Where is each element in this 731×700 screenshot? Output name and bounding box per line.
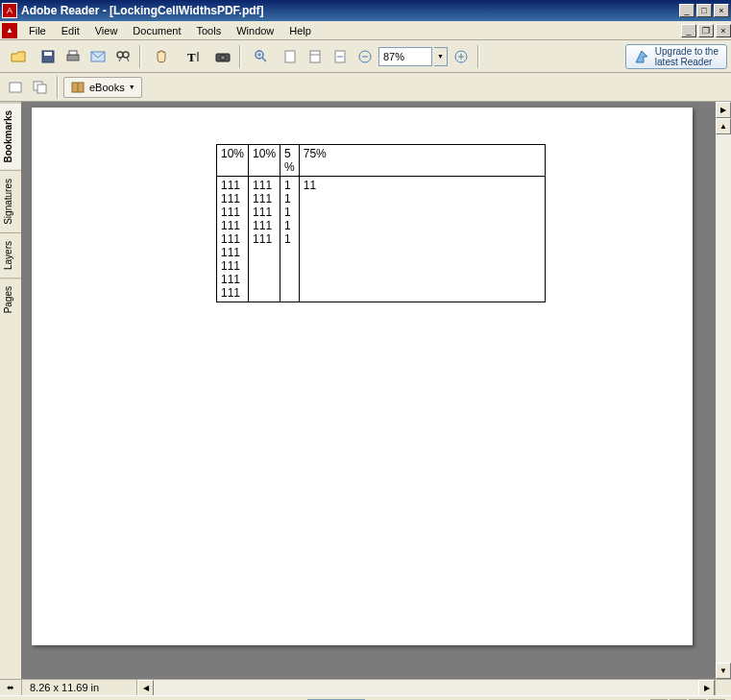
restore-button[interactable]: ❐ [698, 24, 714, 37]
svg-rect-2 [67, 55, 79, 60]
upgrade-icon [634, 49, 649, 64]
open-button[interactable] [4, 45, 35, 68]
menu-bar: ▲ File Edit View Document Tools Window H… [0, 21, 731, 40]
svg-rect-3 [69, 51, 77, 55]
table-header-cell: 10% [217, 145, 249, 177]
window-title: Adobe Reader - [LockingCellWidthsPDF.pdf… [21, 4, 677, 17]
menu-view[interactable]: View [87, 23, 126, 38]
ebooks-label: eBooks [89, 82, 125, 93]
zoom-plus-button[interactable] [450, 45, 473, 68]
svg-rect-29 [37, 84, 46, 93]
zoom-dropdown[interactable]: ▼ [434, 47, 448, 66]
vertical-scrollbar[interactable]: ▶ ▲ ▼ [715, 102, 731, 679]
separator [139, 45, 141, 68]
ebooks-button[interactable]: eBooks ▼ [63, 77, 142, 98]
hand-tool-button[interactable] [146, 45, 177, 68]
title-bar: A Adobe Reader - [LockingCellWidthsPDF.p… [0, 0, 731, 21]
scroll-track[interactable] [716, 134, 731, 663]
sidebar: Bookmarks Signatures Layers Pages [0, 102, 22, 679]
table-cell: 111 111 111 111 111 [249, 177, 280, 302]
menu-tools[interactable]: Tools [189, 23, 230, 38]
table-cell: 111 111 111 111 111 111 111 111 111 [217, 177, 249, 302]
scroll-down-button[interactable]: ▼ [716, 663, 731, 679]
table-cell: 1 1 1 1 1 [280, 177, 300, 302]
text-select-button[interactable]: T [179, 45, 209, 68]
resize-handle[interactable]: ⬌ [0, 680, 22, 696]
zoom-out-button[interactable] [353, 45, 377, 68]
sidebar-tab-signatures[interactable]: Signatures [0, 170, 21, 232]
svg-point-12 [221, 55, 226, 60]
table-row: 111 111 111 111 111 111 111 111 111 111 [217, 177, 546, 302]
svg-rect-1 [44, 52, 52, 56]
scroll-left-button[interactable]: ◀ [137, 680, 154, 696]
copy-button[interactable] [29, 76, 52, 99]
email-button[interactable] [86, 45, 110, 68]
doc-icon: ▲ [2, 23, 17, 38]
actual-size-button[interactable] [279, 45, 302, 68]
horizontal-scrollbar[interactable]: ◀ ▶ [137, 680, 715, 696]
menu-edit[interactable]: Edit [54, 23, 87, 38]
scroll-right-button[interactable]: ▶ [698, 680, 715, 696]
minimize-button[interactable]: _ [681, 24, 696, 37]
document-viewport[interactable]: 10% 10% 5% 75% 111 111 111 111 111 111 [22, 102, 715, 679]
upgrade-text1: Upgrade to the [655, 46, 719, 57]
svg-line-8 [127, 58, 129, 61]
svg-text:T: T [187, 50, 196, 63]
zoom-in-button[interactable] [246, 45, 277, 68]
secondary-toolbar: eBooks ▼ [0, 73, 731, 102]
content-area: Bookmarks Signatures Layers Pages 10% 10… [0, 102, 731, 679]
table-row: 10% 10% 5% 75% [217, 145, 546, 177]
scroll-up-button[interactable]: ▲ [716, 118, 731, 134]
status-bar: ⬌ 8.26 x 11.69 in ◀ ▶ [0, 679, 731, 695]
save-button[interactable] [37, 45, 60, 68]
svg-line-14 [262, 58, 266, 61]
app-icon: A [2, 3, 17, 18]
pdf-page: 10% 10% 5% 75% 111 111 111 111 111 111 [32, 108, 693, 645]
separator [239, 45, 241, 68]
table-header-cell: 75% [299, 145, 545, 177]
menu-window[interactable]: Window [229, 23, 281, 38]
svg-rect-27 [10, 83, 21, 92]
menu-file[interactable]: File [21, 23, 54, 38]
table-cell: 11 [299, 177, 545, 302]
scroll-up-button[interactable]: ▶ [716, 102, 731, 118]
sidebar-tab-layers[interactable]: Layers [0, 232, 21, 278]
upgrade-button[interactable]: Upgrade to the latest Reader [625, 44, 727, 69]
scroll-corner [715, 680, 731, 696]
document-table: 10% 10% 5% 75% 111 111 111 111 111 111 [216, 144, 546, 302]
print-button[interactable] [61, 45, 85, 68]
snapshot-button[interactable] [211, 45, 234, 68]
page-dimensions: 8.26 x 11.69 in [22, 680, 137, 696]
sidebar-tab-bookmarks[interactable]: Bookmarks [0, 102, 21, 170]
minimize-inner-button[interactable]: _ [679, 4, 694, 17]
main-toolbar: T ▼ Upgrade to the latest Reader [0, 40, 731, 73]
upgrade-text2: latest Reader [655, 57, 719, 67]
ebooks-icon [70, 81, 85, 94]
table-header-cell: 5% [280, 145, 300, 177]
svg-rect-17 [285, 51, 295, 62]
table-header-cell: 10% [249, 145, 280, 177]
menu-help[interactable]: Help [281, 23, 319, 38]
separator [57, 76, 59, 99]
close-button[interactable]: × [716, 24, 731, 37]
separator [477, 45, 479, 68]
svg-point-5 [117, 52, 123, 58]
zoom-input[interactable] [378, 47, 432, 66]
page-nav-bar: ▮◀ ◀ ▶ ▶▮ [0, 695, 731, 700]
document-wrapper: 10% 10% 5% 75% 111 111 111 111 111 111 [22, 102, 731, 679]
fit-page-button[interactable] [304, 45, 327, 68]
sidebar-tab-pages[interactable]: Pages [0, 278, 21, 321]
maximize-inner-button[interactable]: □ [696, 4, 712, 17]
search-button[interactable] [111, 45, 134, 68]
fit-width-button[interactable] [329, 45, 352, 68]
scroll-track[interactable] [154, 680, 698, 696]
chevron-down-icon: ▼ [129, 84, 135, 90]
svg-point-6 [123, 52, 129, 58]
close-inner-button[interactable]: × [714, 4, 729, 17]
menu-document[interactable]: Document [125, 23, 188, 38]
read-button[interactable] [4, 76, 27, 99]
svg-rect-18 [310, 51, 320, 62]
